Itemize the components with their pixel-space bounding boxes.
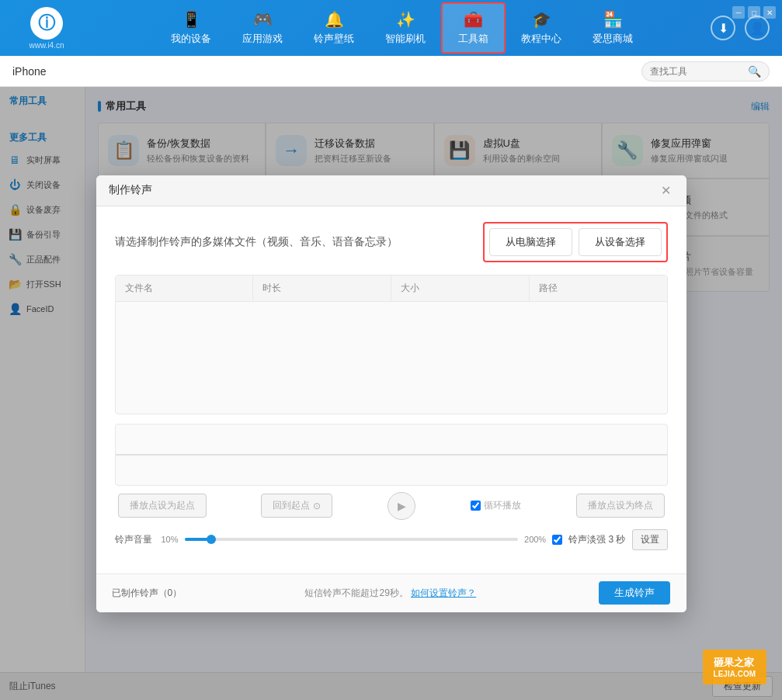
nav-my-device[interactable]: 📱 我的设备 [155, 2, 227, 54]
device-name: iPhone [12, 65, 47, 78]
search-icon: 🔍 [748, 65, 761, 78]
dialog-prompt: 请选择制作铃声的多媒体文件（视频、音乐、语音备忘录） [115, 235, 398, 249]
main-content: 常用工具 更多工具 🖥 实时屏幕 ⏻ 关闭设备 🔒 设备废弃 💾 备份引导 🔧 … [0, 87, 782, 700]
nav-app-games-label: 应用游戏 [242, 32, 283, 46]
btn-return-start[interactable]: 回到起点 ⊙ [261, 494, 332, 518]
col-path: 路径 [530, 275, 667, 301]
nav-mall[interactable]: 🏪 爱思商城 [577, 2, 648, 54]
fade-label: 铃声淡强 3 秒 [568, 533, 625, 546]
loop-fade-row: 铃声淡强 3 秒 设置 [552, 529, 667, 550]
btn-set-start[interactable]: 播放点设为起点 [118, 494, 207, 518]
smart-flash-icon: ✨ [396, 10, 415, 29]
volume-row: 铃声音量 10% 200% 铃声淡强 3 秒 设置 [115, 529, 668, 550]
window-controls: ─ □ ✕ [732, 6, 776, 19]
loop-checkbox[interactable] [471, 501, 481, 511]
make-ringtone-dialog: 制作铃声 ✕ 请选择制作铃声的多媒体文件（视频、音乐、语音备忘录） 从电脑选择 … [96, 175, 686, 612]
footer-center: 短信铃声不能超过29秒。 如何设置铃声？ [304, 587, 476, 600]
volume-slider-wrap[interactable] [185, 538, 518, 541]
col-size: 大小 [391, 275, 530, 301]
nav-app-games[interactable]: 🎮 应用游戏 [227, 2, 298, 54]
footer-link[interactable]: 如何设置铃声？ [411, 587, 476, 598]
dialog-overlay: 制作铃声 ✕ 请选择制作铃声的多媒体文件（视频、音乐、语音备忘录） 从电脑选择 … [0, 87, 782, 700]
btn-from-device[interactable]: 从设备选择 [579, 228, 662, 256]
playback-controls: 播放点设为起点 回到起点 ⊙ ▶ 循环播放 播放点设为终点 [115, 492, 668, 520]
dialog-close-btn[interactable]: ✕ [659, 182, 674, 198]
sub-header: iPhone 🔍 [0, 56, 782, 87]
ringtone-icon: 🔔 [325, 10, 344, 29]
volume-track[interactable] [185, 538, 518, 541]
nav-mall-label: 爱思商城 [593, 32, 633, 46]
watermark: 砸果之家 LEJIA.COM [703, 650, 766, 684]
dialog-body: 请选择制作铃声的多媒体文件（视频、音乐、语音备忘录） 从电脑选择 从设备选择 文… [96, 206, 686, 574]
top-nav: ─ □ ✕ ⓘ www.i4.cn 📱 我的设备 🎮 应用游戏 🔔 铃声壁纸 ✨… [0, 0, 782, 56]
download-btn[interactable]: ⬇ [711, 16, 735, 40]
btn-from-pc[interactable]: 从电脑选择 [489, 228, 572, 256]
volume-thumb [207, 535, 216, 544]
col-filename: 文件名 [116, 275, 254, 301]
nav-smart-flash[interactable]: ✨ 智能刷机 [370, 2, 441, 54]
waveform-line [116, 454, 667, 456]
footer-tip: 短信铃声不能超过29秒。 [304, 587, 408, 598]
nav-toolbox[interactable]: 🧰 工具箱 [441, 2, 506, 54]
dialog-title: 制作铃声 [109, 183, 152, 197]
nav-tutorial[interactable]: 🎓 教程中心 [506, 2, 577, 54]
settings-btn[interactable]: 设置 [632, 529, 668, 550]
return-start-label: 回到起点 [273, 499, 310, 512]
mall-icon: 🏪 [603, 10, 623, 29]
search-box[interactable]: 🔍 [641, 61, 770, 81]
tutorial-icon: 🎓 [532, 10, 551, 29]
nav-tutorial-label: 教程中心 [521, 32, 561, 46]
volume-min: 10% [162, 535, 179, 544]
toolbox-icon: 🧰 [464, 10, 483, 29]
logo-area: ⓘ www.i4.cn [0, 1, 93, 56]
loop-check[interactable]: 循环播放 [471, 499, 521, 512]
watermark-text: 砸果之家 [714, 656, 756, 670]
user-btn[interactable]: 👤 [745, 16, 770, 40]
dialog-footer: 已制作铃声（0） 短信铃声不能超过29秒。 如何设置铃声？ 生成铃声 [96, 574, 686, 612]
volume-label: 铃声音量 [115, 533, 152, 546]
dialog-header: 制作铃声 ✕ [96, 175, 686, 206]
return-start-icon: ⊙ [313, 501, 321, 511]
volume-max: 200% [524, 535, 546, 544]
waveform-area [115, 424, 668, 486]
file-list-cols: 文件名 时长 大小 路径 [116, 275, 667, 302]
btn-set-end[interactable]: 播放点设为终点 [576, 494, 665, 518]
logo-icon: ⓘ [30, 7, 63, 40]
my-device-icon: 📱 [182, 10, 201, 29]
search-input[interactable] [650, 66, 743, 77]
nav-my-device-label: 我的设备 [171, 32, 211, 46]
logo-url: www.i4.cn [29, 41, 64, 50]
maximize-btn[interactable]: □ [748, 6, 760, 19]
watermark-sub: LEJIA.COM [714, 670, 756, 678]
confirm-btn[interactable]: 生成铃声 [599, 581, 670, 605]
play-btn[interactable]: ▶ [388, 492, 415, 520]
nav-ringtone-label: 铃声壁纸 [314, 32, 354, 46]
nav-toolbox-label: 工具箱 [458, 32, 488, 46]
col-duration: 时长 [253, 275, 391, 301]
dialog-btn-group-wrap: 从电脑选择 从设备选择 [483, 222, 668, 262]
minimize-btn[interactable]: ─ [732, 6, 745, 19]
nav-right: ⬇ 👤 [711, 16, 782, 40]
dialog-top-row: 请选择制作铃声的多媒体文件（视频、音乐、语音备忘录） 从电脑选择 从设备选择 [115, 222, 668, 262]
nav-items: 📱 我的设备 🎮 应用游戏 🔔 铃声壁纸 ✨ 智能刷机 🧰 工具箱 🎓 教程中心 [93, 2, 711, 54]
file-list-area: 文件名 时长 大小 路径 [115, 275, 668, 414]
loop-label: 循环播放 [484, 499, 521, 512]
fade-checkbox[interactable] [552, 535, 562, 545]
close-btn[interactable]: ✕ [763, 6, 776, 19]
footer-right: 生成铃声 [599, 581, 670, 605]
footer-left: 已制作铃声（0） [112, 587, 182, 600]
nav-ringtone[interactable]: 🔔 铃声壁纸 [298, 2, 370, 54]
made-count: 已制作铃声（0） [112, 587, 182, 600]
nav-smart-flash-label: 智能刷机 [385, 32, 426, 46]
app-games-icon: 🎮 [253, 10, 273, 29]
